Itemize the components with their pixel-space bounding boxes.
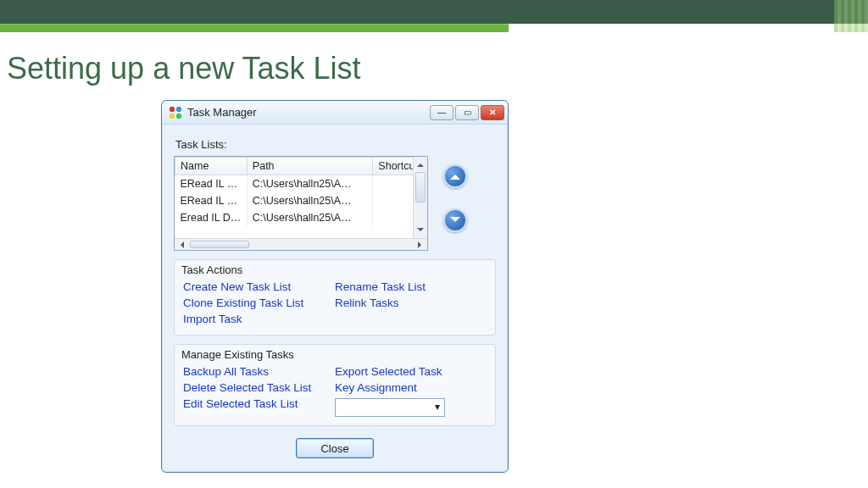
clone-existing-task-list-link[interactable]: Clone Existing Task List bbox=[183, 296, 335, 310]
task-manager-window: Task Manager — ▭ ✕ Task Lists: Name Path… bbox=[161, 100, 509, 473]
table-row[interactable]: ERead IL … C:\Users\halln25\A… bbox=[175, 175, 427, 193]
table-row[interactable]: ERead IL … C:\Users\halln25\A… bbox=[175, 192, 427, 209]
arrow-down-icon bbox=[450, 217, 460, 227]
maximize-button[interactable]: ▭ bbox=[455, 105, 479, 120]
titlebar[interactable]: Task Manager — ▭ ✕ bbox=[162, 101, 508, 125]
arrow-up-icon bbox=[450, 169, 460, 180]
vertical-scrollbar[interactable] bbox=[413, 157, 427, 238]
horizontal-scrollbar[interactable] bbox=[175, 238, 427, 250]
backup-all-tasks-link[interactable]: Backup All Tasks bbox=[183, 364, 335, 379]
task-actions-panel: Task Actions Create New Task List Clone … bbox=[174, 259, 496, 336]
slide-accent bbox=[0, 24, 868, 32]
task-lists-table[interactable]: Name Path Shortcut ERead IL … C:\Users\h… bbox=[174, 156, 428, 251]
import-task-link[interactable]: Import Task bbox=[183, 312, 335, 326]
edit-selected-task-list-link[interactable]: Edit Selected Task List bbox=[183, 396, 335, 411]
table-row[interactable]: Eread IL D… C:\Users\halln25\A… bbox=[175, 209, 427, 226]
task-actions-legend: Task Actions bbox=[181, 263, 487, 276]
key-assignment-link[interactable]: Key Assignment bbox=[335, 380, 487, 395]
task-lists-label: Task Lists: bbox=[175, 138, 496, 151]
manage-existing-tasks-panel: Manage Existing Tasks Backup All Tasks D… bbox=[174, 344, 496, 426]
table-header-row[interactable]: Name Path Shortcut bbox=[175, 158, 427, 175]
move-down-button[interactable] bbox=[443, 208, 467, 232]
slide-top-bar bbox=[0, 0, 868, 24]
delete-selected-task-list-link[interactable]: Delete Selected Task List bbox=[183, 380, 335, 395]
window-title: Task Manager bbox=[187, 106, 257, 119]
slide-title: Setting up a new Task List bbox=[7, 51, 868, 86]
move-up-button[interactable] bbox=[443, 164, 467, 188]
minimize-button[interactable]: — bbox=[430, 105, 453, 120]
export-selected-task-link[interactable]: Export Selected Task bbox=[335, 364, 487, 379]
create-new-task-list-link[interactable]: Create New Task List bbox=[183, 280, 335, 294]
key-assignment-combo[interactable] bbox=[335, 398, 445, 417]
col-name[interactable]: Name bbox=[175, 158, 248, 175]
col-path[interactable]: Path bbox=[247, 158, 373, 175]
manage-legend: Manage Existing Tasks bbox=[181, 348, 487, 361]
rename-task-list-link[interactable]: Rename Task List bbox=[335, 280, 487, 294]
close-window-button[interactable]: ✕ bbox=[481, 105, 504, 120]
close-button[interactable]: Close bbox=[296, 438, 374, 458]
app-icon bbox=[169, 106, 182, 119]
relink-tasks-link[interactable]: Relink Tasks bbox=[335, 296, 487, 310]
